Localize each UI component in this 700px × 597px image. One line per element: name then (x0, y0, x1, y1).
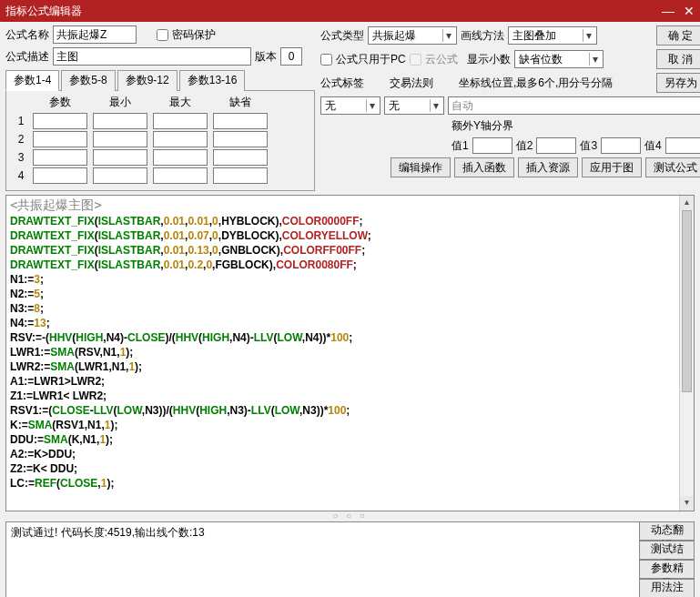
result-output: 测试通过! 代码长度:4519,输出线个数:13 (5, 521, 640, 597)
label-show-decimal: 显示小数 (467, 52, 511, 67)
usage-button[interactable]: 用法注释 (640, 579, 695, 597)
scrollbar-v[interactable]: ▴ ▾ (679, 196, 694, 511)
decimal-select[interactable]: 缺省位数▾ (514, 50, 604, 68)
label-version: 版本 (255, 49, 277, 65)
test-button[interactable]: 测试公式 (645, 157, 700, 177)
code-body[interactable]: DRAWTEXT_FIX(ISLASTBAR,0.01,0.01,0,HYBLO… (6, 214, 694, 494)
titlebar: 指标公式编辑器 — ✕ (0, 0, 700, 22)
coord-input[interactable] (448, 96, 700, 115)
scroll-thumb[interactable] (682, 210, 692, 392)
label-v4: 值4 (644, 138, 662, 154)
y2-input[interactable] (536, 137, 576, 154)
param-tabs: 参数1-4 参数5-8 参数9-12 参数13-16 (5, 69, 315, 91)
param-header-max: 最大 (150, 95, 210, 112)
param-2-min[interactable] (93, 131, 147, 147)
dyn-trans-button[interactable]: 动态翻译 (640, 521, 695, 541)
pwd-protect-checkbox[interactable] (157, 29, 168, 41)
label-formula-name: 公式名称 (5, 27, 49, 43)
formula-type-select[interactable]: 共振起爆▾ (368, 26, 457, 45)
label-v3: 值3 (580, 138, 597, 154)
edit-op-button[interactable]: 编辑操作 (391, 157, 451, 177)
param-3-name[interactable] (33, 149, 87, 166)
param-4-def[interactable] (213, 167, 268, 184)
param-1-def[interactable] (213, 113, 268, 129)
y3-input[interactable] (601, 137, 641, 154)
tag-select[interactable]: 无▾ (320, 96, 380, 115)
insert-res-button[interactable]: 插入资源 (518, 157, 578, 177)
rule-select[interactable]: 无▾ (384, 96, 444, 115)
param-row: 4 (12, 167, 270, 185)
param-3-max[interactable] (153, 149, 208, 166)
chevron-down-icon: ▾ (589, 53, 601, 66)
param-row: 2 (12, 130, 270, 148)
param-row: 1 (12, 112, 270, 130)
label-coord-hint: 坐标线位置,最多6个,用分号分隔 (459, 76, 613, 91)
tab-params-13-16[interactable]: 参数13-16 (179, 70, 246, 91)
label-pwd-protect: 密码保护 (172, 27, 216, 43)
param-4-min[interactable] (93, 167, 147, 184)
save-as-button[interactable]: 另存为 (656, 73, 700, 93)
tab-params-9-12[interactable]: 参数9-12 (117, 70, 178, 91)
label-v1: 值1 (451, 138, 469, 154)
chevron-down-icon: ▾ (583, 29, 594, 42)
label-pc-only: 公式只用于PC (336, 52, 406, 67)
chevron-down-icon: ▾ (430, 99, 441, 112)
pc-only-checkbox[interactable] (320, 54, 332, 66)
label-draw-method: 画线方法 (461, 28, 504, 44)
tab-params-5-8[interactable]: 参数5-8 (61, 70, 115, 91)
param-4-max[interactable] (153, 167, 208, 184)
window-title: 指标公式编辑器 (5, 4, 82, 19)
param-2-def[interactable] (213, 131, 268, 147)
scroll-down-icon[interactable]: ▾ (680, 496, 694, 511)
param-row: 3 (12, 148, 270, 167)
param-1-min[interactable] (93, 113, 147, 129)
apply-button[interactable]: 应用于图 (582, 157, 642, 177)
cancel-button[interactable]: 取 消 (656, 49, 700, 69)
label-cloud: 云公式 (425, 52, 458, 67)
splitter[interactable]: ○ ○ ○ (5, 513, 695, 518)
label-formula-type: 公式类型 (320, 28, 364, 44)
param-2-max[interactable] (153, 131, 208, 147)
scroll-up-icon[interactable]: ▴ (680, 196, 694, 210)
code-editor[interactable]: <共振起爆主图> DRAWTEXT_FIX(ISLASTBAR,0.01,0.0… (5, 195, 695, 511)
draw-method-select[interactable]: 主图叠加▾ (508, 26, 597, 45)
chevron-down-icon: ▾ (366, 99, 378, 112)
tab-params-1-4[interactable]: 参数1-4 (5, 70, 59, 91)
formula-name-input[interactable] (53, 25, 137, 44)
label-formula-desc: 公式描述 (5, 49, 49, 65)
ok-button[interactable]: 确 定 (656, 25, 700, 46)
param-grid: 参数 最小 最大 缺省 1 2 3 4 (5, 91, 315, 191)
close-icon[interactable]: ✕ (684, 4, 695, 18)
param-header-def: 缺省 (210, 95, 270, 112)
label-extra-y: 额外Y轴分界 (451, 118, 513, 134)
label-formula-tag: 公式标签 (320, 76, 364, 91)
test-result-button[interactable]: 测试结果 (640, 541, 695, 560)
insert-fn-button[interactable]: 插入函数 (454, 157, 514, 177)
param-1-name[interactable] (33, 113, 87, 129)
minimize-icon[interactable]: — (662, 4, 675, 18)
param-wiz-button[interactable]: 参数精灵 (640, 560, 695, 579)
code-title: <共振起爆主图> (6, 196, 694, 214)
label-v2: 值2 (516, 138, 533, 154)
param-4-name[interactable] (33, 167, 87, 184)
cloud-checkbox (410, 54, 421, 66)
param-3-def[interactable] (213, 149, 268, 166)
param-3-min[interactable] (93, 149, 147, 166)
formula-desc-input[interactable] (53, 47, 251, 66)
label-trade-rule: 交易法则 (390, 76, 433, 91)
chevron-down-icon: ▾ (442, 29, 454, 42)
param-header-min: 最小 (90, 95, 150, 112)
param-2-name[interactable] (33, 131, 87, 147)
version-input[interactable] (280, 47, 302, 66)
param-header-name: 参数 (30, 95, 90, 112)
param-1-max[interactable] (153, 113, 208, 129)
y4-input[interactable] (665, 137, 700, 154)
y1-input[interactable] (472, 137, 512, 154)
